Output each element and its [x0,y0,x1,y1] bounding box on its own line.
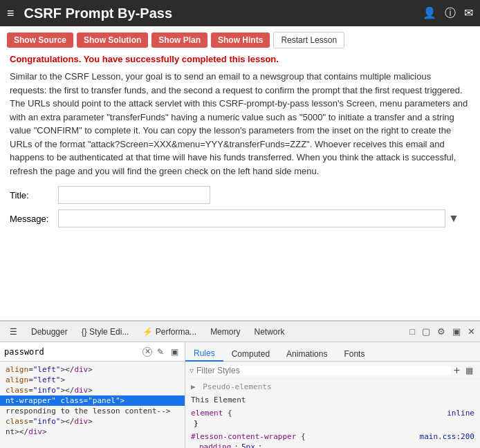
lesson-wrapper-rule-header: #lesson-content-wrapper { main.css:200 [191,432,474,441]
css-tab-fonts[interactable]: Fonts [335,347,373,361]
edit-icon[interactable]: ✎ [155,346,166,357]
lesson-wrapper-selector: #lesson-content-wrapper [191,432,296,441]
devtools-tab-memory[interactable]: Memory [203,324,247,339]
pseudo-elements-section: ▶ Pseudo-elements [191,382,474,391]
devtools-search-input[interactable] [4,347,142,357]
padding-prop-value: 5px [241,442,255,448]
element-file: inline [447,409,474,418]
add-style-button[interactable]: + [451,364,463,377]
devtools-icon-responsive[interactable]: □ [407,324,417,339]
show-plan-button[interactable]: Show Plan [151,32,207,48]
html-line-2: align="left"> [0,375,185,385]
title-row: Title: [10,186,470,204]
html-line-5: rresponding to the lesson content--> [0,406,185,416]
show-source-button[interactable]: Show Source [7,32,73,48]
title-label: Title: [10,190,58,200]
devtools-tab-debugger[interactable]: Debugger [24,324,75,339]
padding-prop-name: padding [199,442,231,448]
devtools-css-panel: Rules Computed Animations Fonts ▿ + ▦ ▶ … [185,342,480,448]
css-tab-animations[interactable]: Animations [278,347,335,361]
devtools-search-bar: ✕ ✎ ▣ [0,342,185,362]
element-rule-close: } [191,419,474,428]
scroll-down-icon: ▼ [448,212,459,225]
info-icon[interactable]: ⓘ [445,6,456,21]
devtools-tab-performance[interactable]: ⚡ Performa... [136,324,203,339]
html-line-6: class="info"></div> [0,416,185,427]
css-rules-body: ▶ Pseudo-elements This Element element {… [185,380,480,448]
html-source-lines: align="left"></div> align="left"> class=… [0,362,185,440]
pseudo-elements-label: Pseudo-elements [203,382,271,391]
devtools-icon-close[interactable]: ✕ [465,324,477,339]
pseudo-elements-header[interactable]: ▶ Pseudo-elements [191,382,474,391]
this-element-label: This Element [191,395,474,404]
inspect-icon[interactable]: ▣ [169,346,181,357]
html-line-7: nt></div> [0,427,185,437]
navbar-icons: 👤 ⓘ ✉ [423,6,473,21]
element-rule: element { inline } [191,409,474,428]
html-line-1: align="left"></div> [0,364,185,375]
devtools-icon-settings[interactable]: ⚙ [435,324,447,339]
css-tab-computed[interactable]: Computed [223,347,278,361]
css-filter-row: ▿ + ▦ [185,362,480,380]
lesson-body-text: Similar to the CSRF Lesson, your goal is… [10,70,470,178]
devtools-tab-bar: ☰ Debugger {} Style Edi... ⚡ Performa...… [0,321,480,342]
devtools-panel: ☰ Debugger {} Style Edi... ⚡ Performa...… [0,320,480,448]
success-message: Congratulations. You have successfully c… [10,54,470,64]
search-clear-button[interactable]: ✕ [142,347,152,357]
lesson-wrapper-file: main.css:200 [420,432,474,441]
css-tab-bar: Rules Computed Animations Fonts [185,342,480,362]
element-selector: element [191,409,223,418]
pseudo-arrow-icon: ▶ [191,382,196,391]
devtools-toolbar-icons: □ ▢ ⚙ ▣ ✕ [407,324,477,339]
devtools-icon-dock[interactable]: ▣ [450,324,463,339]
devtools-html-panel: ✕ ✎ ▣ align="left"></div> align="left"> … [0,342,185,448]
show-solution-button[interactable]: Show Solution [77,32,148,48]
message-input[interactable] [58,209,445,227]
devtools-tab-network[interactable]: Network [247,324,291,339]
lesson-content-wrapper-rule: #lesson-content-wrapper { main.css:200 p… [191,432,474,448]
search-actions: ✎ ▣ [155,346,181,357]
filter-icon: ▿ [190,366,194,375]
page-title: CSRF Prompt By-Pass [24,6,423,21]
html-line-4[interactable]: nt-wrapper" class="panel"> [0,395,185,406]
css-filter-input[interactable] [196,366,451,375]
css-tab-rules[interactable]: Rules [185,346,223,362]
padding-property: padding : 5px ; [191,442,474,448]
message-row: Message: ▼ [10,209,470,227]
navbar: ≡ CSRF Prompt By-Pass 👤 ⓘ ✉ [0,0,480,26]
html-line-3: class="info"></div> [0,385,185,395]
devtools-body: ✕ ✎ ▣ align="left"></div> align="left"> … [0,342,480,448]
hamburger-icon[interactable]: ≡ [7,6,15,21]
user-icon[interactable]: 👤 [423,6,436,21]
message-label: Message: [10,214,58,224]
devtools-icon-screenshot[interactable]: ▢ [420,324,432,339]
main-content: Show Source Show Solution Show Plan Show… [0,26,480,320]
devtools-tab-style-editor[interactable]: {} Style Edi... [75,324,136,339]
edit-style-button[interactable]: ▦ [463,366,476,375]
toolbar: Show Source Show Solution Show Plan Show… [0,26,480,54]
this-element-section: This Element [191,395,474,404]
devtools-tab-menu[interactable]: ☰ [3,324,24,339]
lesson-content: Congratulations. You have successfully c… [0,54,480,240]
show-hints-button[interactable]: Show Hints [211,32,270,48]
element-rule-header: element { inline [191,409,474,418]
restart-lesson-button[interactable]: Restart Lesson [273,32,344,48]
title-input[interactable] [58,186,210,204]
mail-icon[interactable]: ✉ [464,6,473,21]
